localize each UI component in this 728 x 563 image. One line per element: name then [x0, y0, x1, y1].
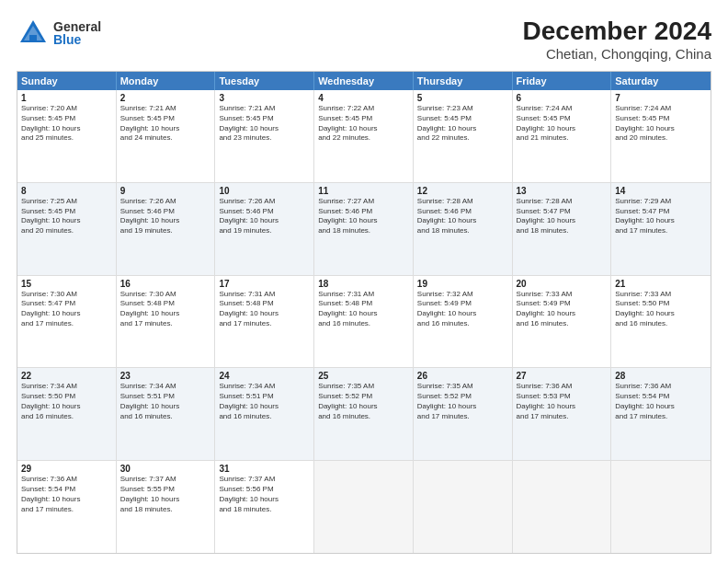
logo: General Blue — [17, 17, 101, 50]
cell-info: Sunrise: 7:26 AMSunset: 5:46 PMDaylight:… — [120, 197, 211, 236]
cell-info: Sunrise: 7:28 AMSunset: 5:46 PMDaylight:… — [417, 197, 508, 236]
calendar-row-2: 15Sunrise: 7:30 AMSunset: 5:47 PMDayligh… — [17, 275, 711, 368]
day-number: 11 — [318, 186, 409, 196]
cell-info: Sunrise: 7:21 AMSunset: 5:45 PMDaylight:… — [120, 104, 211, 144]
weekday-header-saturday: Saturday — [611, 72, 711, 90]
day-number: 26 — [417, 371, 508, 381]
cell-info: Sunrise: 7:34 AMSunset: 5:51 PMDaylight:… — [219, 382, 310, 421]
calendar-cell: 12Sunrise: 7:28 AMSunset: 5:46 PMDayligh… — [414, 183, 513, 275]
calendar-body: 1Sunrise: 7:20 AMSunset: 5:45 PMDaylight… — [17, 90, 711, 553]
day-number: 30 — [120, 464, 211, 474]
day-number: 29 — [21, 464, 112, 474]
calendar-cell: 1Sunrise: 7:20 AMSunset: 5:45 PMDaylight… — [17, 90, 117, 182]
calendar-cell: 10Sunrise: 7:26 AMSunset: 5:46 PMDayligh… — [215, 183, 314, 275]
svg-rect-2 — [29, 35, 37, 42]
cell-info: Sunrise: 7:33 AMSunset: 5:49 PMDaylight:… — [517, 290, 608, 329]
day-number: 8 — [21, 186, 112, 196]
calendar-cell — [513, 461, 612, 553]
page: General Blue December 2024 Chetian, Chon… — [0, 0, 728, 563]
cell-info: Sunrise: 7:31 AMSunset: 5:48 PMDaylight:… — [219, 290, 310, 329]
calendar-row-4: 29Sunrise: 7:36 AMSunset: 5:54 PMDayligh… — [17, 460, 711, 553]
cell-info: Sunrise: 7:36 AMSunset: 5:54 PMDaylight:… — [615, 382, 707, 421]
weekday-header-sunday: Sunday — [17, 72, 117, 90]
calendar-cell: 29Sunrise: 7:36 AMSunset: 5:54 PMDayligh… — [17, 461, 117, 553]
cell-info: Sunrise: 7:34 AMSunset: 5:50 PMDaylight:… — [21, 382, 112, 421]
cell-info: Sunrise: 7:37 AMSunset: 5:56 PMDaylight:… — [219, 475, 310, 514]
calendar-cell: 23Sunrise: 7:34 AMSunset: 5:51 PMDayligh… — [117, 368, 216, 460]
cell-info: Sunrise: 7:25 AMSunset: 5:45 PMDaylight:… — [21, 197, 112, 236]
calendar-row-1: 8Sunrise: 7:25 AMSunset: 5:45 PMDaylight… — [17, 182, 711, 275]
header: General Blue December 2024 Chetian, Chon… — [17, 17, 711, 62]
calendar: SundayMondayTuesdayWednesdayThursdayFrid… — [17, 71, 711, 554]
calendar-cell — [414, 461, 513, 553]
cell-info: Sunrise: 7:34 AMSunset: 5:51 PMDaylight:… — [120, 382, 211, 421]
cell-info: Sunrise: 7:27 AMSunset: 5:46 PMDaylight:… — [318, 197, 409, 236]
calendar-header: SundayMondayTuesdayWednesdayThursdayFrid… — [17, 72, 711, 90]
calendar-cell: 5Sunrise: 7:23 AMSunset: 5:45 PMDaylight… — [414, 90, 513, 182]
weekday-header-friday: Friday — [513, 72, 612, 90]
cell-info: Sunrise: 7:26 AMSunset: 5:46 PMDaylight:… — [219, 197, 310, 236]
weekday-header-wednesday: Wednesday — [314, 72, 414, 90]
weekday-header-monday: Monday — [117, 72, 216, 90]
day-number: 15 — [21, 279, 112, 289]
day-number: 20 — [517, 279, 608, 289]
day-number: 1 — [21, 93, 112, 103]
calendar-cell: 13Sunrise: 7:28 AMSunset: 5:47 PMDayligh… — [513, 183, 612, 275]
title-block: December 2024 Chetian, Chongqing, China — [523, 17, 711, 62]
calendar-cell: 27Sunrise: 7:36 AMSunset: 5:53 PMDayligh… — [513, 368, 612, 460]
day-number: 28 — [615, 371, 707, 381]
logo-general-text: General — [53, 20, 101, 33]
calendar-cell: 3Sunrise: 7:21 AMSunset: 5:45 PMDaylight… — [215, 90, 314, 182]
calendar-row-0: 1Sunrise: 7:20 AMSunset: 5:45 PMDaylight… — [17, 90, 711, 182]
day-number: 24 — [219, 371, 310, 381]
day-number: 3 — [219, 93, 310, 103]
day-number: 7 — [615, 93, 707, 103]
month-title: December 2024 — [523, 17, 711, 46]
calendar-cell: 16Sunrise: 7:30 AMSunset: 5:48 PMDayligh… — [117, 276, 216, 368]
calendar-cell: 21Sunrise: 7:33 AMSunset: 5:50 PMDayligh… — [611, 276, 711, 368]
calendar-cell: 6Sunrise: 7:24 AMSunset: 5:45 PMDaylight… — [513, 90, 612, 182]
calendar-cell: 11Sunrise: 7:27 AMSunset: 5:46 PMDayligh… — [314, 183, 414, 275]
calendar-cell: 9Sunrise: 7:26 AMSunset: 5:46 PMDaylight… — [117, 183, 216, 275]
cell-info: Sunrise: 7:24 AMSunset: 5:45 PMDaylight:… — [615, 104, 707, 144]
cell-info: Sunrise: 7:28 AMSunset: 5:47 PMDaylight:… — [517, 197, 608, 236]
cell-info: Sunrise: 7:36 AMSunset: 5:53 PMDaylight:… — [517, 382, 608, 421]
calendar-cell: 4Sunrise: 7:22 AMSunset: 5:45 PMDaylight… — [314, 90, 414, 182]
day-number: 27 — [517, 371, 608, 381]
day-number: 5 — [417, 93, 508, 103]
day-number: 19 — [417, 279, 508, 289]
cell-info: Sunrise: 7:29 AMSunset: 5:47 PMDaylight:… — [615, 197, 707, 236]
day-number: 2 — [120, 93, 211, 103]
calendar-cell: 20Sunrise: 7:33 AMSunset: 5:49 PMDayligh… — [513, 276, 612, 368]
cell-info: Sunrise: 7:22 AMSunset: 5:45 PMDaylight:… — [318, 104, 409, 144]
calendar-cell: 26Sunrise: 7:35 AMSunset: 5:52 PMDayligh… — [414, 368, 513, 460]
logo-blue-text: Blue — [53, 33, 101, 46]
calendar-cell: 8Sunrise: 7:25 AMSunset: 5:45 PMDaylight… — [17, 183, 117, 275]
calendar-cell: 2Sunrise: 7:21 AMSunset: 5:45 PMDaylight… — [117, 90, 216, 182]
day-number: 22 — [21, 371, 112, 381]
calendar-cell: 17Sunrise: 7:31 AMSunset: 5:48 PMDayligh… — [215, 276, 314, 368]
weekday-header-tuesday: Tuesday — [215, 72, 314, 90]
calendar-cell — [611, 461, 711, 553]
day-number: 4 — [318, 93, 409, 103]
logo-icon — [17, 17, 50, 50]
day-number: 14 — [615, 186, 707, 196]
weekday-header-thursday: Thursday — [414, 72, 513, 90]
cell-info: Sunrise: 7:32 AMSunset: 5:49 PMDaylight:… — [417, 290, 508, 329]
day-number: 12 — [417, 186, 508, 196]
calendar-cell: 7Sunrise: 7:24 AMSunset: 5:45 PMDaylight… — [611, 90, 711, 182]
day-number: 17 — [219, 279, 310, 289]
cell-info: Sunrise: 7:24 AMSunset: 5:45 PMDaylight:… — [517, 104, 608, 144]
cell-info: Sunrise: 7:20 AMSunset: 5:45 PMDaylight:… — [21, 104, 112, 144]
cell-info: Sunrise: 7:23 AMSunset: 5:45 PMDaylight:… — [417, 104, 508, 144]
cell-info: Sunrise: 7:30 AMSunset: 5:47 PMDaylight:… — [21, 290, 112, 329]
calendar-cell: 14Sunrise: 7:29 AMSunset: 5:47 PMDayligh… — [611, 183, 711, 275]
cell-info: Sunrise: 7:33 AMSunset: 5:50 PMDaylight:… — [615, 290, 707, 329]
day-number: 9 — [120, 186, 211, 196]
calendar-cell: 24Sunrise: 7:34 AMSunset: 5:51 PMDayligh… — [215, 368, 314, 460]
calendar-cell: 15Sunrise: 7:30 AMSunset: 5:47 PMDayligh… — [17, 276, 117, 368]
calendar-cell: 31Sunrise: 7:37 AMSunset: 5:56 PMDayligh… — [215, 461, 314, 553]
calendar-cell: 28Sunrise: 7:36 AMSunset: 5:54 PMDayligh… — [611, 368, 711, 460]
day-number: 10 — [219, 186, 310, 196]
day-number: 16 — [120, 279, 211, 289]
